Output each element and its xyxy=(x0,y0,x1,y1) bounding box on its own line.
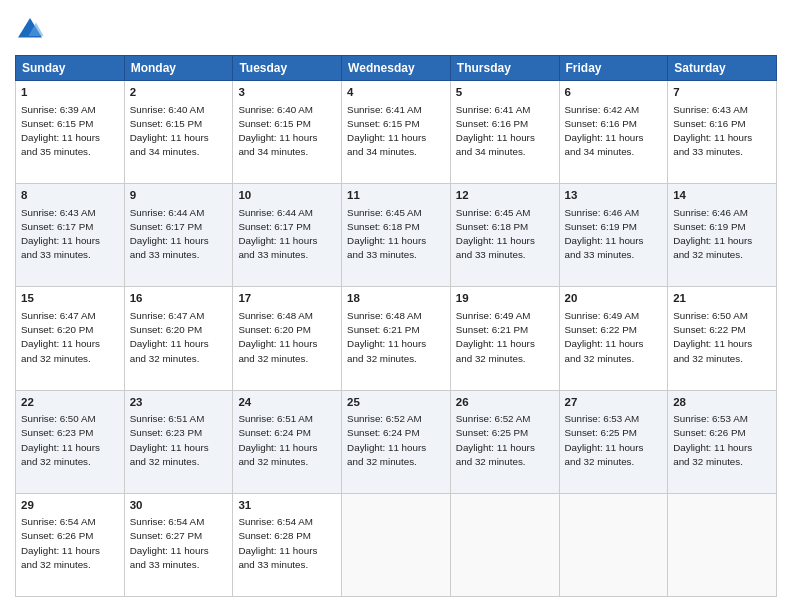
day-number: 1 xyxy=(21,85,119,101)
day-number: 3 xyxy=(238,85,336,101)
day-number: 2 xyxy=(130,85,228,101)
day-info: Sunrise: 6:49 AMSunset: 6:21 PMDaylight:… xyxy=(456,310,535,364)
day-info: Sunrise: 6:46 AMSunset: 6:19 PMDaylight:… xyxy=(565,207,644,261)
day-info: Sunrise: 6:44 AMSunset: 6:17 PMDaylight:… xyxy=(238,207,317,261)
calendar-cell: 2 Sunrise: 6:40 AMSunset: 6:15 PMDayligh… xyxy=(124,81,233,184)
day-number: 17 xyxy=(238,291,336,307)
day-number: 12 xyxy=(456,188,554,204)
calendar-cell: 8 Sunrise: 6:43 AMSunset: 6:17 PMDayligh… xyxy=(16,184,125,287)
day-info: Sunrise: 6:52 AMSunset: 6:24 PMDaylight:… xyxy=(347,413,426,467)
week-row-2: 8 Sunrise: 6:43 AMSunset: 6:17 PMDayligh… xyxy=(16,184,777,287)
week-row-5: 29 Sunrise: 6:54 AMSunset: 6:26 PMDaylig… xyxy=(16,493,777,596)
day-number: 5 xyxy=(456,85,554,101)
calendar-cell: 30 Sunrise: 6:54 AMSunset: 6:27 PMDaylig… xyxy=(124,493,233,596)
weekday-sunday: Sunday xyxy=(16,56,125,81)
day-number: 30 xyxy=(130,498,228,514)
calendar-cell: 3 Sunrise: 6:40 AMSunset: 6:15 PMDayligh… xyxy=(233,81,342,184)
calendar-table: SundayMondayTuesdayWednesdayThursdayFrid… xyxy=(15,55,777,597)
day-number: 31 xyxy=(238,498,336,514)
day-info: Sunrise: 6:47 AMSunset: 6:20 PMDaylight:… xyxy=(130,310,209,364)
day-number: 24 xyxy=(238,395,336,411)
day-number: 26 xyxy=(456,395,554,411)
calendar-cell: 13 Sunrise: 6:46 AMSunset: 6:19 PMDaylig… xyxy=(559,184,668,287)
weekday-tuesday: Tuesday xyxy=(233,56,342,81)
day-info: Sunrise: 6:46 AMSunset: 6:19 PMDaylight:… xyxy=(673,207,752,261)
day-info: Sunrise: 6:41 AMSunset: 6:16 PMDaylight:… xyxy=(456,104,535,158)
calendar-cell xyxy=(559,493,668,596)
calendar-cell: 22 Sunrise: 6:50 AMSunset: 6:23 PMDaylig… xyxy=(16,390,125,493)
day-number: 21 xyxy=(673,291,771,307)
weekday-friday: Friday xyxy=(559,56,668,81)
calendar-cell xyxy=(668,493,777,596)
weekday-saturday: Saturday xyxy=(668,56,777,81)
week-row-1: 1 Sunrise: 6:39 AMSunset: 6:15 PMDayligh… xyxy=(16,81,777,184)
calendar-cell: 31 Sunrise: 6:54 AMSunset: 6:28 PMDaylig… xyxy=(233,493,342,596)
calendar-cell: 26 Sunrise: 6:52 AMSunset: 6:25 PMDaylig… xyxy=(450,390,559,493)
day-info: Sunrise: 6:48 AMSunset: 6:20 PMDaylight:… xyxy=(238,310,317,364)
day-number: 25 xyxy=(347,395,445,411)
calendar-cell xyxy=(342,493,451,596)
calendar-cell: 15 Sunrise: 6:47 AMSunset: 6:20 PMDaylig… xyxy=(16,287,125,390)
logo-icon xyxy=(15,15,45,45)
calendar-cell: 21 Sunrise: 6:50 AMSunset: 6:22 PMDaylig… xyxy=(668,287,777,390)
day-number: 8 xyxy=(21,188,119,204)
day-number: 20 xyxy=(565,291,663,307)
week-row-4: 22 Sunrise: 6:50 AMSunset: 6:23 PMDaylig… xyxy=(16,390,777,493)
day-number: 11 xyxy=(347,188,445,204)
day-info: Sunrise: 6:39 AMSunset: 6:15 PMDaylight:… xyxy=(21,104,100,158)
week-row-3: 15 Sunrise: 6:47 AMSunset: 6:20 PMDaylig… xyxy=(16,287,777,390)
day-info: Sunrise: 6:49 AMSunset: 6:22 PMDaylight:… xyxy=(565,310,644,364)
weekday-thursday: Thursday xyxy=(450,56,559,81)
day-number: 16 xyxy=(130,291,228,307)
day-info: Sunrise: 6:54 AMSunset: 6:28 PMDaylight:… xyxy=(238,516,317,570)
day-info: Sunrise: 6:52 AMSunset: 6:25 PMDaylight:… xyxy=(456,413,535,467)
day-info: Sunrise: 6:51 AMSunset: 6:23 PMDaylight:… xyxy=(130,413,209,467)
day-number: 4 xyxy=(347,85,445,101)
calendar-cell: 25 Sunrise: 6:52 AMSunset: 6:24 PMDaylig… xyxy=(342,390,451,493)
day-info: Sunrise: 6:54 AMSunset: 6:26 PMDaylight:… xyxy=(21,516,100,570)
calendar-cell: 6 Sunrise: 6:42 AMSunset: 6:16 PMDayligh… xyxy=(559,81,668,184)
day-info: Sunrise: 6:45 AMSunset: 6:18 PMDaylight:… xyxy=(456,207,535,261)
calendar-cell: 7 Sunrise: 6:43 AMSunset: 6:16 PMDayligh… xyxy=(668,81,777,184)
day-number: 28 xyxy=(673,395,771,411)
weekday-wednesday: Wednesday xyxy=(342,56,451,81)
day-number: 10 xyxy=(238,188,336,204)
day-number: 19 xyxy=(456,291,554,307)
header xyxy=(15,15,777,45)
calendar-cell: 24 Sunrise: 6:51 AMSunset: 6:24 PMDaylig… xyxy=(233,390,342,493)
day-number: 6 xyxy=(565,85,663,101)
calendar-cell: 9 Sunrise: 6:44 AMSunset: 6:17 PMDayligh… xyxy=(124,184,233,287)
day-info: Sunrise: 6:53 AMSunset: 6:25 PMDaylight:… xyxy=(565,413,644,467)
day-number: 23 xyxy=(130,395,228,411)
day-info: Sunrise: 6:43 AMSunset: 6:16 PMDaylight:… xyxy=(673,104,752,158)
day-info: Sunrise: 6:41 AMSunset: 6:15 PMDaylight:… xyxy=(347,104,426,158)
day-info: Sunrise: 6:43 AMSunset: 6:17 PMDaylight:… xyxy=(21,207,100,261)
day-number: 9 xyxy=(130,188,228,204)
day-info: Sunrise: 6:50 AMSunset: 6:22 PMDaylight:… xyxy=(673,310,752,364)
weekday-header-row: SundayMondayTuesdayWednesdayThursdayFrid… xyxy=(16,56,777,81)
day-info: Sunrise: 6:40 AMSunset: 6:15 PMDaylight:… xyxy=(238,104,317,158)
day-number: 14 xyxy=(673,188,771,204)
day-info: Sunrise: 6:42 AMSunset: 6:16 PMDaylight:… xyxy=(565,104,644,158)
day-number: 27 xyxy=(565,395,663,411)
calendar-cell: 23 Sunrise: 6:51 AMSunset: 6:23 PMDaylig… xyxy=(124,390,233,493)
day-info: Sunrise: 6:47 AMSunset: 6:20 PMDaylight:… xyxy=(21,310,100,364)
logo xyxy=(15,15,49,45)
calendar-cell: 5 Sunrise: 6:41 AMSunset: 6:16 PMDayligh… xyxy=(450,81,559,184)
calendar-cell: 14 Sunrise: 6:46 AMSunset: 6:19 PMDaylig… xyxy=(668,184,777,287)
calendar-cell: 10 Sunrise: 6:44 AMSunset: 6:17 PMDaylig… xyxy=(233,184,342,287)
calendar-cell: 19 Sunrise: 6:49 AMSunset: 6:21 PMDaylig… xyxy=(450,287,559,390)
day-number: 13 xyxy=(565,188,663,204)
day-number: 18 xyxy=(347,291,445,307)
calendar-cell: 17 Sunrise: 6:48 AMSunset: 6:20 PMDaylig… xyxy=(233,287,342,390)
day-info: Sunrise: 6:48 AMSunset: 6:21 PMDaylight:… xyxy=(347,310,426,364)
page: SundayMondayTuesdayWednesdayThursdayFrid… xyxy=(0,0,792,612)
weekday-monday: Monday xyxy=(124,56,233,81)
calendar-cell: 4 Sunrise: 6:41 AMSunset: 6:15 PMDayligh… xyxy=(342,81,451,184)
calendar-cell xyxy=(450,493,559,596)
calendar-cell: 12 Sunrise: 6:45 AMSunset: 6:18 PMDaylig… xyxy=(450,184,559,287)
day-info: Sunrise: 6:50 AMSunset: 6:23 PMDaylight:… xyxy=(21,413,100,467)
day-number: 22 xyxy=(21,395,119,411)
calendar-cell: 20 Sunrise: 6:49 AMSunset: 6:22 PMDaylig… xyxy=(559,287,668,390)
calendar-cell: 29 Sunrise: 6:54 AMSunset: 6:26 PMDaylig… xyxy=(16,493,125,596)
